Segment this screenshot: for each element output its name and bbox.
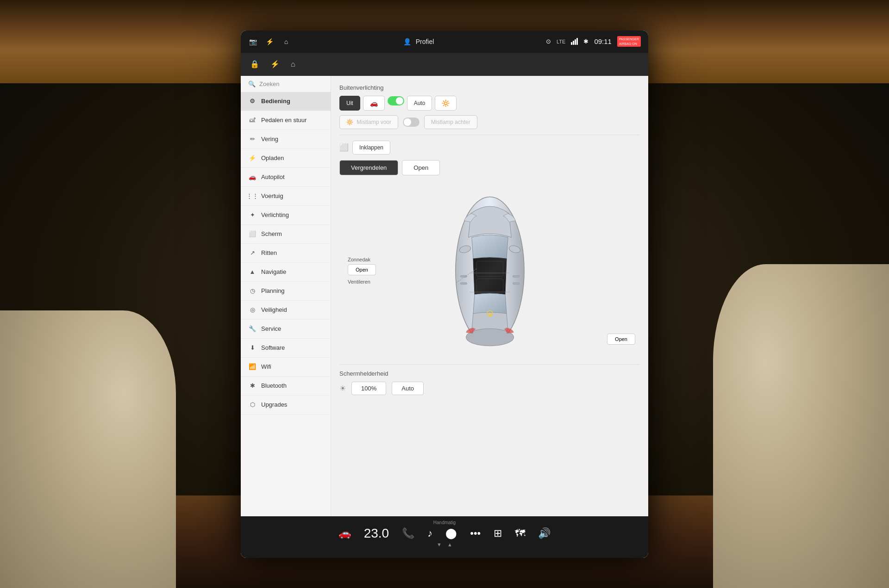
- sidebar-item-voertuig[interactable]: ⋮⋮ Voertuig: [241, 187, 331, 206]
- bottom-phone-icon[interactable]: 📞: [402, 527, 414, 539]
- ventilate-label: Ventileren: [348, 279, 376, 285]
- service-label: Service: [261, 325, 281, 332]
- wifi-icon: 📶: [248, 363, 257, 371]
- signal-bar-1: [571, 42, 572, 45]
- signal-bar-4: [576, 38, 578, 45]
- handmatig-label: Handmatig: [433, 520, 456, 525]
- bottom-car-icon[interactable]: 🚗: [338, 527, 351, 539]
- brightness-auto-button[interactable]: Auto: [392, 382, 424, 395]
- bottom-grid-icon[interactable]: ⊞: [494, 527, 502, 539]
- sidebar-item-scherm[interactable]: ⬜ Scherm: [241, 225, 331, 244]
- mirror-section: ⬜ Inklappen: [339, 141, 640, 155]
- scherm-label: Scherm: [261, 230, 282, 237]
- nav-lightning-icon[interactable]: ⚡: [270, 60, 280, 68]
- bottom-temp[interactable]: 23.0: [364, 527, 389, 540]
- bottom-bar: Handmatig 🚗 23.0 📞 ♪ ⬤ ••• ⊞ 🗺 🔊 ▼ ▲: [241, 516, 648, 558]
- bottom-dots-icon[interactable]: •••: [470, 527, 481, 539]
- temp-decimal: .0: [378, 526, 389, 540]
- status-bar: 📷 ⚡ ⌂ 👤 Profiel ⊙ LTE ✱ 09:11 PASSENGERA…: [241, 31, 648, 53]
- lock-button[interactable]: Vergrendelen: [339, 160, 398, 175]
- brightness-value: 100%: [351, 382, 386, 395]
- autopilot-label: Autopilot: [261, 173, 285, 180]
- profile-section[interactable]: 👤 Profiel: [403, 37, 434, 46]
- svg-rect-7: [460, 282, 467, 284]
- camera-icon: 📷: [248, 37, 257, 46]
- sidebar-item-software[interactable]: ⬇ Software: [241, 339, 331, 358]
- lighting-high-button[interactable]: 🔆: [435, 96, 457, 111]
- sidebar-item-bediening[interactable]: ⚙ Bediening: [241, 92, 331, 111]
- divider-1: [339, 135, 640, 135]
- car-view: Zonnedak Open Ventileren: [339, 183, 640, 359]
- nav-lock-icon[interactable]: 🔒: [250, 60, 259, 68]
- verlichting-icon: ✦: [248, 211, 257, 219]
- bottom-icons: 🚗 23.0 📞 ♪ ⬤ ••• ⊞ 🗺 🔊: [250, 527, 639, 540]
- fog-front-button: 🔆 Mistlamp voor: [339, 115, 398, 129]
- profile-label: Profiel: [416, 38, 434, 45]
- sidebar-item-upgrades[interactable]: ⬡ Upgrades: [241, 396, 331, 415]
- navigatie-icon: ▲: [248, 268, 257, 276]
- home-icon: ⌂: [282, 37, 291, 46]
- airbag-badge: PASSENGERAIRBAG ON: [617, 36, 641, 46]
- sunroof-open-button[interactable]: Open: [348, 264, 376, 275]
- planning-label: Planning: [261, 287, 285, 294]
- bediening-icon: ⚙: [248, 97, 257, 105]
- fog-front-label: Mistlamp voor: [357, 119, 391, 125]
- sidebar-item-ritten[interactable]: ↗ Ritten: [241, 244, 331, 263]
- lighting-parking-button[interactable]: 🚗: [363, 96, 385, 111]
- right-panel: Buitenverlichting Uit 🚗 Auto 🔆 🔆 Mistlam…: [331, 76, 648, 516]
- lighting-uit-button[interactable]: Uit: [339, 96, 360, 111]
- sidebar-item-pedalen[interactable]: 🛋 Pedalen en stuur: [241, 111, 331, 130]
- bottom-music-icon[interactable]: ♪: [427, 527, 432, 539]
- sidebar-item-autopilot[interactable]: 🚗 Autopilot: [241, 168, 331, 187]
- sidebar-item-bluetooth[interactable]: ✱ Bluetooth: [241, 377, 331, 396]
- bluetooth-icon: ✱: [248, 382, 257, 390]
- open-button[interactable]: Open: [402, 160, 440, 175]
- upgrades-label: Upgrades: [261, 401, 287, 408]
- temp-down-icon[interactable]: ▼: [437, 542, 442, 547]
- bluetooth-status-icon: ✱: [583, 38, 588, 45]
- sidebar-item-opladen[interactable]: ⚡ Opladen: [241, 149, 331, 168]
- planning-icon: ◷: [248, 287, 257, 295]
- sidebar-item-verlichting[interactable]: ✦ Verlichting: [241, 206, 331, 225]
- nav-home-icon[interactable]: ⌂: [291, 60, 295, 68]
- sidebar-item-planning[interactable]: ◷ Planning: [241, 282, 331, 301]
- lte-badge: LTE: [557, 39, 565, 44]
- ritten-label: Ritten: [261, 249, 277, 256]
- sunroof-section: Zonnedak Open Ventileren: [348, 257, 376, 285]
- mirrors-button[interactable]: Inklappen: [352, 141, 390, 155]
- bottom-map-icon[interactable]: 🗺: [515, 527, 525, 539]
- search-label: Zoeken: [259, 80, 279, 87]
- bluetooth-label: Bluetooth: [261, 382, 287, 389]
- fog-toggle[interactable]: [403, 118, 419, 127]
- status-bar-right: ⊙ LTE ✱ 09:11 PASSENGERAIRBAG ON: [546, 36, 641, 46]
- profile-icon: 👤: [403, 37, 412, 46]
- software-icon: ⬇: [248, 344, 257, 352]
- sidebar-item-vering[interactable]: ✏ Vering: [241, 130, 331, 149]
- buitenverlichting-title: Buitenverlichting: [339, 84, 640, 91]
- fog-front-icon: 🔆: [346, 119, 353, 125]
- temp-up-icon[interactable]: ▲: [447, 542, 452, 547]
- status-bar-left: 📷 ⚡ ⌂: [248, 37, 291, 46]
- svg-rect-6: [460, 275, 467, 277]
- search-item[interactable]: 🔍 Zoeken: [241, 76, 331, 92]
- vering-label: Vering: [261, 136, 278, 142]
- sidebar-item-navigatie[interactable]: ▲ Navigatie: [241, 263, 331, 282]
- lighting-toggle[interactable]: [388, 96, 404, 105]
- sidebar-item-wifi[interactable]: 📶 Wifi: [241, 358, 331, 377]
- bottom-media-icon[interactable]: ⬤: [445, 527, 457, 539]
- temp-number: 23: [364, 526, 378, 540]
- sidebar: 🔍 Zoeken ⚙ Bediening 🛋 Pedalen en stuur …: [241, 76, 331, 516]
- lighting-auto-button[interactable]: Auto: [407, 96, 432, 111]
- trunk-open-button[interactable]: Open: [607, 334, 635, 345]
- wifi-label: Wifi: [261, 363, 271, 370]
- sidebar-item-veiligheid[interactable]: ◎ Veiligheid: [241, 301, 331, 320]
- svg-rect-9: [513, 282, 519, 284]
- mirror-icon: ⬜: [339, 143, 349, 152]
- service-icon: 🔧: [248, 325, 257, 333]
- opladen-icon: ⚡: [248, 154, 257, 162]
- bottom-speaker-icon[interactable]: 🔊: [538, 527, 551, 539]
- sidebar-item-service[interactable]: 🔧 Service: [241, 320, 331, 339]
- trunk-open-container: Open: [607, 334, 635, 345]
- ritten-icon: ↗: [248, 249, 257, 257]
- lighting-button-row: Uit 🚗 Auto 🔆: [339, 96, 640, 111]
